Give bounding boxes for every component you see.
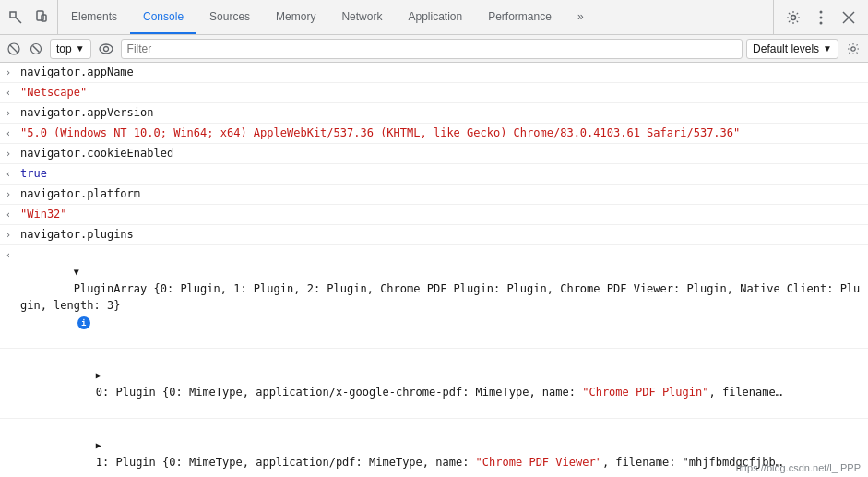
- console-line: ‹ "Netscape": [0, 83, 868, 103]
- console-output-wrapper: › navigator.appName ‹ "Netscape" › navig…: [0, 63, 868, 477]
- inspect-element-button[interactable]: [4, 6, 28, 30]
- console-settings-button[interactable]: [842, 39, 864, 59]
- tabs-container: Elements Console Sources Memory Network …: [58, 0, 773, 34]
- tab-memory[interactable]: Memory: [263, 0, 328, 34]
- line-content: "Netscape": [17, 84, 868, 101]
- show-console-sidebar-button[interactable]: [95, 39, 117, 59]
- svg-line-1: [16, 18, 21, 23]
- svg-point-14: [100, 44, 113, 54]
- close-devtools-button[interactable]: [837, 6, 861, 30]
- tab-application[interactable]: Application: [395, 0, 475, 34]
- expand-arrow[interactable]: ›: [0, 145, 17, 162]
- expand-arrow[interactable]: ‹: [0, 125, 17, 142]
- chevron-down-icon: ▼: [76, 43, 85, 54]
- console-line: › navigator.cookieEnabled: [0, 144, 868, 164]
- expand-arrow[interactable]: ‹: [0, 84, 17, 101]
- plugin-array-content: ▼ PluginArray {0: Plugin, 1: Plugin, 2: …: [17, 246, 868, 347]
- console-line: › navigator.platform: [0, 185, 868, 205]
- expand-arrow[interactable]: ‹: [0, 165, 17, 183]
- line-content: true: [17, 165, 868, 182]
- line-content: navigator.platform: [17, 185, 868, 202]
- svg-point-6: [820, 16, 823, 18]
- console-toolbar: top ▼ Default levels ▼: [0, 35, 868, 63]
- console-line: ‹ "5.0 (Windows NT 10.0; Win64; x64) App…: [0, 124, 868, 144]
- url-hint: https://blog.csdn.net/l_ PPP: [736, 462, 861, 473]
- dont-preserve-log-button[interactable]: [26, 39, 46, 59]
- tab-sources[interactable]: Sources: [196, 0, 263, 34]
- more-options-button[interactable]: [809, 6, 833, 30]
- chevron-down-icon: ▼: [823, 43, 832, 54]
- tab-elements[interactable]: Elements: [58, 0, 130, 34]
- console-output: › navigator.appName ‹ "Netscape" › navig…: [0, 63, 868, 477]
- expand-arrow[interactable]: ‹: [0, 206, 17, 223]
- tab-performance[interactable]: Performance: [475, 0, 565, 34]
- expand-arrow[interactable]: ›: [0, 226, 17, 244]
- device-toolbar-button[interactable]: [30, 6, 54, 30]
- filter-input[interactable]: [121, 39, 743, 59]
- svg-rect-0: [10, 12, 16, 18]
- console-line: ‹ true: [0, 164, 868, 185]
- toolbar-left-icons: [0, 0, 58, 34]
- line-content: navigator.cookieEnabled: [17, 145, 868, 161]
- svg-point-16: [851, 46, 855, 50]
- expand-triangle[interactable]: ▶: [96, 367, 107, 384]
- line-content: "Win32": [17, 206, 868, 222]
- svg-point-5: [820, 10, 823, 13]
- line-content: navigator.plugins: [17, 226, 868, 243]
- svg-line-13: [33, 45, 40, 52]
- tab-more[interactable]: »: [565, 0, 597, 34]
- tab-console[interactable]: Console: [130, 0, 196, 34]
- console-line: › navigator.appName: [0, 63, 868, 83]
- console-line: ‹ "Win32": [0, 205, 868, 225]
- svg-rect-2: [37, 11, 43, 20]
- context-selector[interactable]: top ▼: [50, 39, 91, 59]
- svg-line-11: [10, 45, 18, 53]
- console-line: › navigator.plugins: [0, 225, 868, 245]
- tab-network[interactable]: Network: [328, 0, 395, 34]
- line-content: ▶ 0: Plugin {0: MimeType, application/x-…: [39, 350, 868, 417]
- console-toolbar-left: [4, 39, 46, 59]
- svg-point-15: [103, 46, 108, 51]
- level-selector[interactable]: Default levels ▼: [746, 39, 838, 59]
- svg-point-7: [820, 21, 823, 24]
- expand-arrow[interactable]: ›: [0, 185, 17, 203]
- expand-arrow[interactable]: ›: [0, 64, 17, 81]
- line-content: navigator.appName: [17, 64, 868, 80]
- expand-arrow[interactable]: ‹: [0, 246, 17, 264]
- svg-point-4: [791, 15, 796, 19]
- expand-arrow[interactable]: ›: [0, 104, 17, 122]
- expand-triangle[interactable]: ▼: [74, 264, 85, 280]
- plugin-item-0: ▶ 0: Plugin {0: MimeType, application/x-…: [0, 349, 868, 419]
- clear-console-button[interactable]: [4, 39, 24, 59]
- console-line: › navigator.appVersion: [0, 103, 868, 124]
- toolbar-right-icons: [773, 0, 868, 34]
- info-badge: i: [77, 316, 90, 329]
- console-line: ‹ ▼ PluginArray {0: Plugin, 1: Plugin, 2…: [0, 245, 868, 349]
- settings-button[interactable]: [781, 6, 805, 30]
- line-content: navigator.appVersion: [17, 104, 868, 121]
- devtools-toolbar: Elements Console Sources Memory Network …: [0, 0, 868, 35]
- expand-triangle[interactable]: ▶: [96, 437, 107, 454]
- line-content: "5.0 (Windows NT 10.0; Win64; x64) Apple…: [17, 125, 868, 141]
